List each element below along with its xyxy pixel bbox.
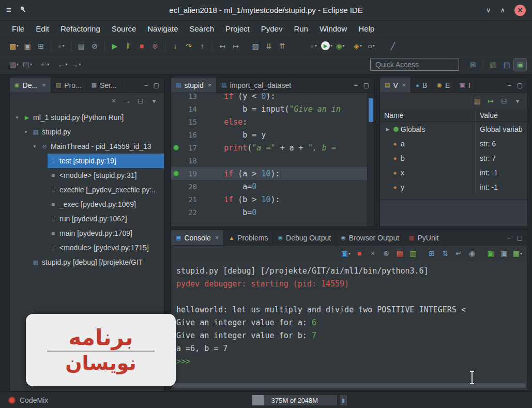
menu-edit[interactable]: Edit: [30, 21, 55, 37]
run-history-button[interactable]: ●▾: [307, 40, 320, 52]
close-icon[interactable]: ×: [402, 81, 406, 89]
remove-launch-button[interactable]: ×: [367, 247, 379, 260]
variable-row[interactable]: ◆yint: -1: [380, 180, 527, 194]
menu-search[interactable]: Search: [184, 21, 220, 37]
show-stdout-button[interactable]: ▣: [484, 247, 497, 260]
tab-problems[interactable]: ▲Problems: [224, 230, 273, 245]
next-annotation-button[interactable]: ⇊: [263, 40, 275, 52]
view-menu-button[interactable]: ▾: [148, 95, 160, 107]
window-maximize-button[interactable]: ∧: [500, 6, 505, 14]
search-button[interactable]: ○▾: [365, 40, 377, 52]
gutter-marker-column[interactable]: [171, 145, 180, 150]
save-all-button[interactable]: ⊞: [35, 40, 47, 52]
tab-breakpoints[interactable]: ●B: [411, 78, 432, 93]
scrollbar-thumb[interactable]: [369, 98, 373, 122]
last-edit-location-button[interactable]: ↶▾: [39, 58, 51, 71]
pin-console-button[interactable]: ◉: [466, 247, 478, 260]
code-line[interactable]: 19 if (a > 10):: [171, 167, 374, 180]
minimize-view-button[interactable]: –: [354, 82, 358, 89]
breakpoint-icon[interactable]: [173, 145, 179, 150]
collapse-all-button[interactable]: ⊟: [498, 95, 510, 107]
java-perspective-button[interactable]: ▥: [487, 58, 499, 71]
restart-button[interactable]: →: [121, 95, 133, 107]
debug-tree-row[interactable]: ▾▤stupid.py: [10, 125, 164, 139]
mark-occurrences-button[interactable]: ▨: [249, 40, 262, 52]
menu-navigate[interactable]: Navigate: [142, 21, 184, 37]
debug-tree-row[interactable]: ≡<module> [pydevd.py:1715]: [10, 240, 164, 255]
relaunch-button[interactable]: ▤: [393, 247, 406, 260]
terminate-button[interactable]: ■: [353, 247, 366, 260]
code-line[interactable]: 17 print("a =" + a + ", b =: [171, 141, 374, 154]
debug-tree-row[interactable]: ▥stupid.py [debug] [/projekte/GIT: [10, 255, 164, 269]
resume-button[interactable]: ▶: [109, 40, 121, 52]
variable-row[interactable]: ▶GlobalsGlobal variab: [380, 122, 527, 137]
code-line[interactable]: 13 if (y < 0):: [171, 93, 374, 102]
debug-tree-row[interactable]: ≡run [pydevd.py:1062]: [10, 211, 164, 226]
remove-all-terminated-button[interactable]: ×: [108, 95, 120, 107]
tab-browser-output[interactable]: ◉Browser Output: [336, 230, 404, 245]
debug-tree-row[interactable]: ≡main [pydevd.py:1709]: [10, 226, 164, 240]
view-menu-button[interactable]: ▾: [511, 95, 524, 107]
open-console-view-button[interactable]: ▦▾: [511, 247, 524, 260]
close-icon[interactable]: ×: [42, 81, 46, 89]
suspend-button[interactable]: ‖: [122, 40, 134, 52]
variable-detail-pane[interactable]: [380, 200, 527, 226]
tab-interactive-console[interactable]: ▣I: [455, 78, 475, 93]
window-shade-button[interactable]: ∨: [486, 6, 491, 14]
tab-project-explorer[interactable]: ▨Pro...: [51, 78, 87, 93]
menu-source[interactable]: Source: [106, 21, 142, 37]
previous-annotation-button[interactable]: ⇈: [276, 40, 288, 52]
code-line[interactable]: 21 if (b > 10):: [171, 193, 374, 206]
menu-project[interactable]: Project: [220, 21, 255, 37]
minimize-view-button[interactable]: –: [144, 82, 148, 89]
tab-servers[interactable]: ▦Ser...: [87, 78, 122, 93]
tab-variables[interactable]: ▤V×: [380, 78, 411, 93]
debug-tree-row[interactable]: ≡_exec [pydevd.py:1069]: [10, 197, 164, 211]
open-console-button[interactable]: ▣▾: [340, 247, 352, 260]
debug-tree-row[interactable]: ▾▶ml_1 stupid.py [Python Run]: [10, 110, 164, 125]
menu-window[interactable]: Window: [314, 21, 353, 37]
use-step-filters-button[interactable]: ↦: [230, 40, 242, 52]
garbage-collect-button[interactable]: ▮: [339, 395, 347, 406]
tab-expressions[interactable]: ◉E: [432, 78, 455, 93]
show-type-names-button[interactable]: ▦: [471, 95, 483, 107]
quick-access-input[interactable]: Quick Access: [370, 58, 459, 71]
disconnect-button[interactable]: ⊗: [149, 40, 161, 52]
menu-help[interactable]: Help: [353, 21, 380, 37]
back-button[interactable]: ←▾: [56, 58, 69, 71]
variable-row[interactable]: ◆astr: 6: [380, 137, 527, 151]
window-close-button[interactable]: ×: [514, 5, 526, 16]
column-value[interactable]: Value: [475, 109, 527, 122]
minimize-view-button[interactable]: –: [508, 82, 511, 89]
debug-tree-row[interactable]: ▾⊙MainThread - pid_14559_id_13: [10, 139, 164, 154]
new-wizard-button[interactable]: ▩▾: [8, 40, 20, 52]
last-launch-button[interactable]: ●▾: [55, 40, 67, 52]
tab-debug-output[interactable]: ◉Debug Output: [273, 230, 336, 245]
external-tools-button[interactable]: ◈▾: [352, 40, 364, 52]
debug-tree-row[interactable]: ≡<module> [stupid.py:31]: [10, 168, 164, 183]
debug-button[interactable]: ◉▾: [334, 40, 346, 52]
menu-pydev[interactable]: Pydev: [255, 21, 288, 37]
step-over-button[interactable]: ↷: [183, 40, 195, 52]
remove-all-launches-button[interactable]: ⊗: [380, 247, 392, 260]
column-name[interactable]: Name: [380, 111, 475, 119]
add-variable-button[interactable]: ↦: [484, 95, 497, 107]
open-type-button[interactable]: ▤▾: [21, 58, 34, 71]
codemix-status[interactable]: CodeMix: [8, 396, 48, 404]
pin-icon[interactable]: [20, 6, 27, 15]
maximize-view-button[interactable]: ▢: [517, 82, 523, 89]
debug-tree-row[interactable]: ≡test [stupid.py:19]: [10, 154, 164, 168]
copy-output-button[interactable]: ⊞: [425, 247, 438, 260]
terminate-button[interactable]: ■: [135, 40, 148, 52]
open-perspective-button[interactable]: ⊞: [467, 58, 479, 71]
menu-file[interactable]: File: [6, 21, 30, 37]
maximize-view-button[interactable]: ▢: [517, 234, 523, 241]
tab-import-cal-dataset[interactable]: ▤import_cal_dataset: [217, 78, 296, 93]
remove-terminated-button[interactable]: ▥: [407, 247, 419, 260]
editor-scrollbar[interactable]: [367, 93, 374, 226]
maximize-view-button[interactable]: ▢: [363, 82, 369, 89]
code-line[interactable]: 14 b = input("Give an in: [171, 102, 374, 115]
run-button[interactable]: ▶▾: [321, 40, 333, 52]
code-line[interactable]: 22 b=0: [171, 206, 374, 219]
variable-row[interactable]: ◆bstr: 7: [380, 151, 527, 165]
